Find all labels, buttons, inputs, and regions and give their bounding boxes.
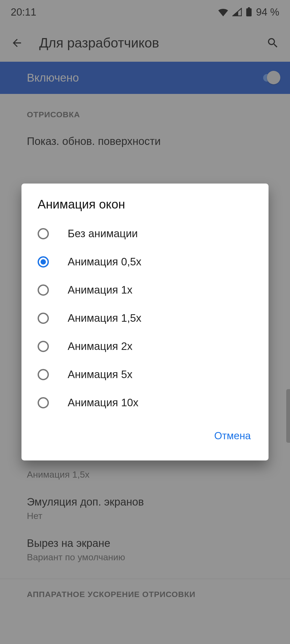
radio-option[interactable]: Анимация 0,5x <box>21 248 269 276</box>
radio-icon <box>38 341 49 352</box>
radio-option[interactable]: Анимация 2x <box>21 332 269 360</box>
radio-option[interactable]: Анимация 10x <box>21 389 269 417</box>
radio-group: Без анимацииАнимация 0,5xАнимация 1xАним… <box>21 219 269 417</box>
radio-icon <box>38 284 49 296</box>
radio-option[interactable]: Анимация 1,5x <box>21 304 269 332</box>
radio-label: Анимация 1x <box>68 284 132 296</box>
dialog-actions: Отмена <box>21 417 269 452</box>
radio-icon <box>38 228 49 239</box>
radio-icon <box>38 256 49 268</box>
radio-icon <box>38 313 49 324</box>
cancel-button[interactable]: Отмена <box>207 425 258 447</box>
window-animation-dialog: Анимация окон Без анимацииАнимация 0,5xА… <box>21 184 269 460</box>
radio-label: Анимация 0,5x <box>68 256 142 268</box>
radio-icon <box>38 397 49 408</box>
radio-icon <box>38 369 49 380</box>
radio-label: Анимация 10x <box>68 397 138 409</box>
radio-option[interactable]: Анимация 5x <box>21 360 269 389</box>
radio-label: Без анимации <box>68 228 138 240</box>
modal-scrim[interactable]: Анимация окон Без анимацииАнимация 0,5xА… <box>0 0 290 644</box>
dialog-title: Анимация окон <box>21 197 269 219</box>
radio-label: Анимация 5x <box>68 368 132 380</box>
radio-label: Анимация 1,5x <box>68 312 142 324</box>
radio-label: Анимация 2x <box>68 340 132 352</box>
scrollbar-thumb[interactable] <box>286 389 290 443</box>
radio-option[interactable]: Без анимации <box>21 219 269 248</box>
radio-option[interactable]: Анимация 1x <box>21 276 269 304</box>
